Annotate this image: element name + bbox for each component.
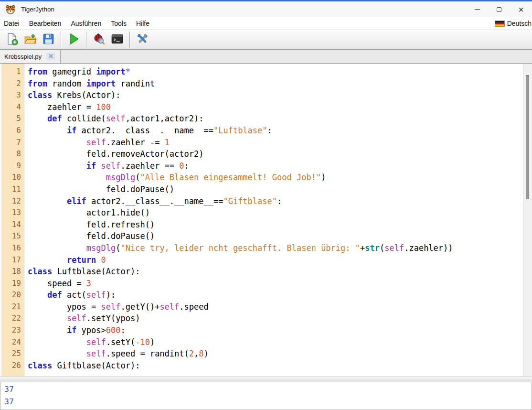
toolbar <box>0 30 532 50</box>
language-selector[interactable]: Deutsch <box>495 20 532 27</box>
code-line: feld.doPause() <box>28 183 532 195</box>
menu-items: DateiBearbeitenAusführenToolsHilfe <box>0 17 154 30</box>
save-file-button[interactable] <box>41 32 56 47</box>
line-number: 12 <box>1 195 21 207</box>
scrollbar-thumb[interactable] <box>526 75 529 199</box>
line-number: 9 <box>1 160 21 172</box>
code-line: elif actor2.__class__.__name__=="Giftbla… <box>28 195 532 207</box>
code-line: speed = 3 <box>28 278 532 290</box>
menu-item-hilfe[interactable]: Hilfe <box>131 17 154 30</box>
close-icon: × <box>518 5 524 14</box>
line-number: 22 <box>1 313 21 324</box>
code-line: return 0 <box>28 254 532 266</box>
line-number: 17 <box>1 254 21 266</box>
editor-output-splitter[interactable] <box>0 376 532 382</box>
language-label: Deutsch <box>507 20 532 27</box>
menu-item-ausfhren[interactable]: Ausführen <box>66 17 106 30</box>
code-line: actor1.hide() <box>28 207 532 219</box>
line-number: 5 <box>1 113 21 125</box>
line-number: 10 <box>1 172 21 183</box>
german-flag-icon <box>495 21 505 27</box>
line-number: 3 <box>1 89 21 101</box>
code-line: if ypos>600: <box>28 324 532 336</box>
tigerjython-app-icon <box>5 4 16 15</box>
code-line: ypos = self.getY()+self.speed <box>28 301 532 313</box>
line-number: 4 <box>1 101 21 113</box>
output-line: 37 <box>4 396 532 408</box>
code-area[interactable]: from gamegrid import*from random import … <box>24 64 532 376</box>
menu-item-datei[interactable]: Datei <box>0 17 24 30</box>
code-line: self.setY(-10) <box>28 336 532 348</box>
code-line: class Krebs(Actor): <box>28 89 532 101</box>
code-line: if self.zaehler == 0: <box>28 160 532 172</box>
line-number: 13 <box>1 207 21 219</box>
toolbar-separator <box>129 32 130 48</box>
line-number: 2 <box>1 78 21 90</box>
code-line: self.zaehler -= 1 <box>28 137 532 149</box>
debug-bug-icon <box>93 32 106 47</box>
minimize-icon <box>475 9 480 10</box>
tab-krebsspiel-py[interactable]: Krebsspiel.py✕ <box>0 50 61 63</box>
open-folder-icon <box>24 32 37 47</box>
line-number: 20 <box>1 289 21 301</box>
tigerjython-window: TigerJython × DateiBearbeitenAusführenTo… <box>0 0 532 410</box>
code-line: from random import randint <box>28 78 532 90</box>
line-number: 24 <box>1 336 21 348</box>
open-file-button[interactable] <box>22 32 38 47</box>
code-line: feld.removeActor(actor2) <box>28 148 532 160</box>
new-file-button[interactable] <box>4 32 20 47</box>
tab-close-icon[interactable]: ✕ <box>46 53 55 60</box>
tools-icon <box>136 32 149 47</box>
code-line: def collide(self,actor1,actor2): <box>28 113 532 125</box>
window-controls: × <box>466 1 532 17</box>
line-number: 19 <box>1 278 21 290</box>
vertical-scrollbar[interactable] <box>523 64 532 376</box>
floppy-disk-icon <box>42 32 55 47</box>
tab-bar: Krebsspiel.py✕ <box>0 50 532 64</box>
maximize-button[interactable] <box>488 1 510 17</box>
code-line: def act(self): <box>28 289 532 301</box>
console-button[interactable] <box>109 32 125 47</box>
run-program-button[interactable] <box>66 32 81 47</box>
code-line: class Giftblase(Actor): <box>28 360 532 372</box>
line-number: 11 <box>1 183 21 195</box>
console-window-icon <box>111 32 124 47</box>
line-number: 6 <box>1 125 21 137</box>
line-number: 18 <box>1 266 21 278</box>
menu-item-tools[interactable]: Tools <box>106 17 131 30</box>
line-number: 21 <box>1 301 21 313</box>
line-number-gutter: 1234567891011121314151617181920212223242… <box>1 64 24 376</box>
code-line: msgDlg("Alle Blasen eingesammelt! Good J… <box>28 172 532 183</box>
code-line: self.setY(ypos) <box>28 313 532 324</box>
line-number: 26 <box>1 360 21 372</box>
line-number: 7 <box>1 137 21 149</box>
toolbar-separator <box>86 32 86 48</box>
code-editor: 1234567891011121314151617181920212223242… <box>0 64 532 376</box>
line-number: 15 <box>1 230 21 242</box>
new-file-icon <box>6 32 19 47</box>
minimize-button[interactable] <box>466 1 488 17</box>
run-play-icon <box>67 32 80 47</box>
line-number: 1 <box>1 66 21 78</box>
code-line: class Luftblase(Actor): <box>28 266 532 278</box>
window-title: TigerJython <box>21 6 54 13</box>
code-line: if actor2.__class__.__name__=="Luftblase… <box>28 125 532 137</box>
output-console[interactable]: 373737 <box>0 382 532 410</box>
tools-button[interactable] <box>135 32 150 47</box>
debug-button[interactable] <box>91 32 106 47</box>
line-number: 8 <box>1 148 21 160</box>
maximize-icon <box>497 7 501 12</box>
line-number: 16 <box>1 242 21 254</box>
line-number: 14 <box>1 219 21 231</box>
code-line: from gamegrid import* <box>28 66 532 78</box>
toolbar-separator <box>61 32 61 48</box>
titlebar: TigerJython × <box>0 1 532 17</box>
output-line: 37 <box>4 408 532 410</box>
menu-item-bearbeiten[interactable]: Bearbeiten <box>24 17 66 30</box>
line-number: 25 <box>1 348 21 360</box>
code-line: feld.doPause() <box>28 230 532 242</box>
code-line: self.speed = randint(2,8) <box>28 348 532 360</box>
output-line: 37 <box>4 383 532 396</box>
close-button[interactable]: × <box>510 1 532 17</box>
code-line: feld.refresh() <box>28 219 532 231</box>
